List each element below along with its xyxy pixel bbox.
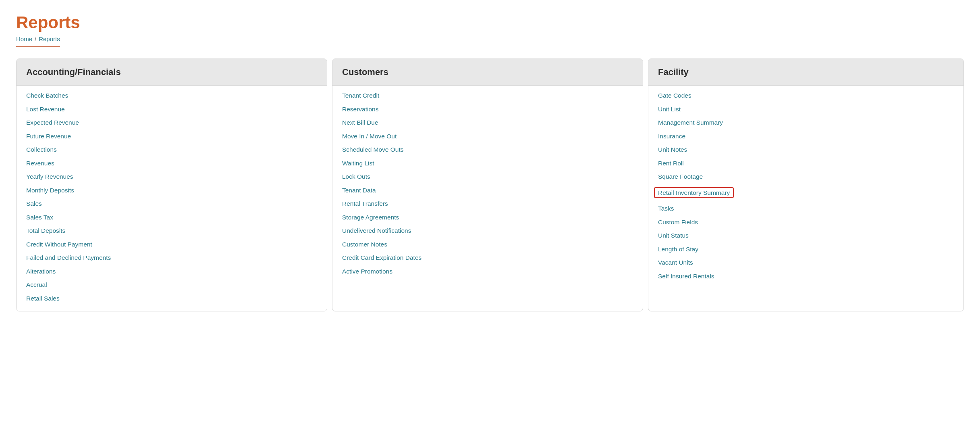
report-link-rent-roll[interactable]: Rent Roll: [658, 160, 954, 167]
report-link-move-in--move-out[interactable]: Move In / Move Out: [342, 133, 633, 140]
breadcrumb-separator: /: [35, 36, 36, 42]
report-link-retail-inventory-summary[interactable]: Retail Inventory Summary: [654, 187, 734, 198]
report-link-square-footage[interactable]: Square Footage: [658, 173, 954, 180]
report-link-lost-revenue[interactable]: Lost Revenue: [26, 106, 317, 113]
report-link-insurance[interactable]: Insurance: [658, 133, 954, 140]
report-link-tasks[interactable]: Tasks: [658, 205, 954, 212]
breadcrumb-home[interactable]: Home: [16, 36, 32, 42]
report-link-failed-and-declined-payments[interactable]: Failed and Declined Payments: [26, 255, 317, 261]
column-accounting: Accounting/FinancialsCheck BatchesLost R…: [16, 58, 327, 311]
report-link-active-promotions[interactable]: Active Promotions: [342, 268, 633, 275]
report-link-sales-tax[interactable]: Sales Tax: [26, 214, 317, 221]
column-customers: CustomersTenant CreditReservationsNext B…: [332, 58, 643, 311]
report-link-self-insured-rentals[interactable]: Self Insured Rentals: [658, 273, 954, 280]
report-link-yearly-revenues[interactable]: Yearly Revenues: [26, 173, 317, 180]
report-link-accrual[interactable]: Accrual: [26, 282, 317, 288]
report-link-collections[interactable]: Collections: [26, 146, 317, 153]
columns-container: Accounting/FinancialsCheck BatchesLost R…: [16, 58, 964, 311]
report-link-alterations[interactable]: Alterations: [26, 268, 317, 275]
report-link-rental-transfers[interactable]: Rental Transfers: [342, 200, 633, 207]
column-header-facility: Facility: [648, 59, 963, 86]
report-link-custom-fields[interactable]: Custom Fields: [658, 219, 954, 226]
report-link-waiting-list[interactable]: Waiting List: [342, 160, 633, 167]
report-link-tenant-data[interactable]: Tenant Data: [342, 187, 633, 194]
report-link-check-batches[interactable]: Check Batches: [26, 92, 317, 99]
report-link-revenues[interactable]: Revenues: [26, 160, 317, 167]
report-link-monthly-deposits[interactable]: Monthly Deposits: [26, 187, 317, 194]
column-header-customers: Customers: [332, 59, 643, 86]
breadcrumb: Home / Reports: [16, 36, 60, 47]
report-link-length-of-stay[interactable]: Length of Stay: [658, 246, 954, 253]
report-link-total-deposits[interactable]: Total Deposits: [26, 228, 317, 234]
report-link-customer-notes[interactable]: Customer Notes: [342, 241, 633, 248]
report-link-undelivered-notifications[interactable]: Undelivered Notifications: [342, 228, 633, 234]
report-link-tenant-credit[interactable]: Tenant Credit: [342, 92, 633, 99]
report-link-next-bill-due[interactable]: Next Bill Due: [342, 119, 633, 126]
report-link-unit-notes[interactable]: Unit Notes: [658, 146, 954, 153]
report-link-lock-outs[interactable]: Lock Outs: [342, 173, 633, 180]
report-link-future-revenue[interactable]: Future Revenue: [26, 133, 317, 140]
report-link-credit-card-expiration-dates[interactable]: Credit Card Expiration Dates: [342, 255, 633, 261]
report-link-vacant-units[interactable]: Vacant Units: [658, 259, 954, 266]
report-link-scheduled-move-outs[interactable]: Scheduled Move Outs: [342, 146, 633, 153]
report-link-gate-codes[interactable]: Gate Codes: [658, 92, 954, 99]
page-title: Reports: [16, 13, 964, 32]
report-link-expected-revenue[interactable]: Expected Revenue: [26, 119, 317, 126]
column-body-customers: Tenant CreditReservationsNext Bill DueMo…: [332, 86, 643, 284]
column-header-accounting: Accounting/Financials: [17, 59, 327, 86]
report-link-unit-status[interactable]: Unit Status: [658, 232, 954, 239]
report-link-storage-agreements[interactable]: Storage Agreements: [342, 214, 633, 221]
report-link-credit-without-payment[interactable]: Credit Without Payment: [26, 241, 317, 248]
column-body-facility: Gate CodesUnit ListManagement SummaryIns…: [648, 86, 963, 289]
report-link-management-summary[interactable]: Management Summary: [658, 119, 954, 126]
report-link-unit-list[interactable]: Unit List: [658, 106, 954, 113]
breadcrumb-current[interactable]: Reports: [39, 36, 60, 42]
report-link-retail-sales[interactable]: Retail Sales: [26, 295, 317, 302]
column-body-accounting: Check BatchesLost RevenueExpected Revenu…: [17, 86, 327, 311]
report-link-reservations[interactable]: Reservations: [342, 106, 633, 113]
column-facility: FacilityGate CodesUnit ListManagement Su…: [648, 58, 964, 311]
report-link-sales[interactable]: Sales: [26, 200, 317, 207]
